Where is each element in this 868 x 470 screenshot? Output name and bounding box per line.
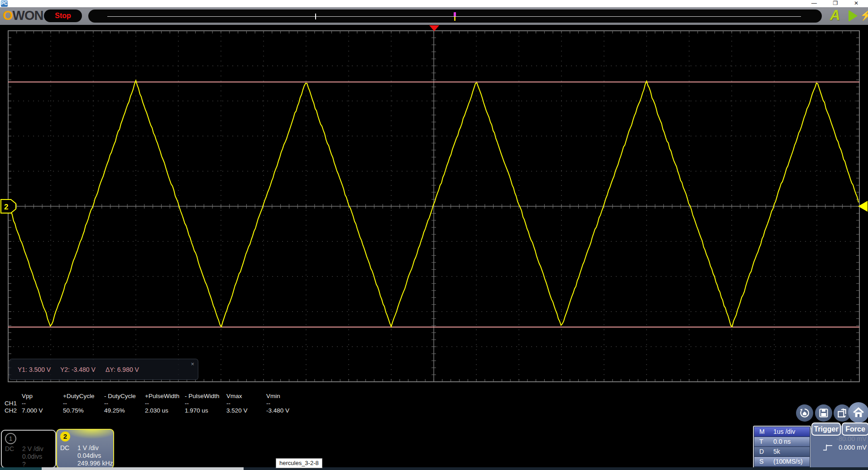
- bottom-strip-taskbar: [42, 467, 244, 470]
- trigger-menu-button[interactable]: Trigger: [811, 423, 841, 436]
- measure-column-header: Vpp: [22, 393, 33, 399]
- channel1-scale: 2 V /div: [22, 445, 43, 452]
- channel1-frequency: ?: [22, 461, 26, 468]
- timebase-value: 1us /div: [773, 427, 795, 437]
- timebase-row-t[interactable]: T0.0 ns: [754, 437, 810, 446]
- run-stop-button[interactable]: Stop: [44, 9, 82, 22]
- trigger-ch1-level: -80.00 mV: [831, 435, 867, 442]
- channel1-number-badge: 1: [5, 433, 16, 444]
- timebase-row-m[interactable]: M1us /div: [754, 427, 810, 437]
- timebase-key: T: [759, 437, 763, 446]
- scope-display-area: [0, 25, 868, 470]
- cursor-delta-value: ΔY: 6.980 V: [106, 366, 139, 373]
- cursor-y1-value: Y1: 3.500 V: [18, 366, 51, 373]
- lightning-icon: ⚡: [860, 9, 868, 21]
- cursor-y2-value: Y2: -3.480 V: [60, 366, 96, 373]
- timebase-key: D: [759, 447, 764, 456]
- timebase-key: M: [759, 427, 765, 437]
- window-titlebar: PC — ❐ ✕: [0, 0, 868, 7]
- measure-cell: --: [145, 400, 149, 407]
- measure-cell: --: [266, 400, 270, 407]
- cursor-readout-box[interactable]: Y1: 3.500 V Y2: -3.480 V ΔY: 6.980 V ×: [9, 359, 198, 380]
- app-icon: PC: [1, 0, 8, 7]
- measure-column-header: +DutyCycle: [63, 393, 94, 399]
- floppy-disk-icon: [818, 408, 829, 418]
- home-icon: [851, 405, 866, 420]
- timebase-row-s[interactable]: S(100MS/s): [754, 457, 810, 466]
- trigger-position-marker-yellow[interactable]: [454, 17, 456, 21]
- owon-logo: OWON: [3, 8, 43, 23]
- measure-cell: 7.000 V: [22, 407, 43, 414]
- measure-cell: --: [226, 400, 230, 407]
- timebase-panel: M1us /divT0.0 nsD5kS(100MS/s): [753, 426, 811, 470]
- measure-cell: 3.520 V: [226, 407, 248, 414]
- measure-column-header: Vmax: [226, 393, 242, 399]
- bottom-strip-left: [0, 467, 42, 470]
- cursor-box-close-icon[interactable]: ×: [191, 361, 194, 367]
- restore-button[interactable]: ❐: [829, 0, 842, 7]
- channel2-coupling: DC: [60, 444, 69, 451]
- taskbar-tooltip: hercules_3-2-8: [276, 458, 322, 468]
- measure-column-header: - PulseWidth: [185, 393, 220, 399]
- channel2-scale: 1 V /div: [77, 444, 99, 451]
- measure-cell: --: [63, 400, 67, 407]
- close-button[interactable]: ✕: [849, 0, 863, 7]
- play-button[interactable]: [849, 10, 858, 22]
- bottom-strip-right: [244, 467, 868, 470]
- scrollbar-center-tick: [315, 14, 316, 19]
- save-button[interactable]: [815, 404, 832, 422]
- default-settings-button[interactable]: [796, 404, 813, 422]
- autoset-button[interactable]: A: [830, 7, 840, 24]
- channel1-coupling: DC: [5, 445, 14, 452]
- measure-row-label: CH2: [5, 407, 17, 414]
- minimize-button[interactable]: —: [807, 0, 821, 7]
- force-trigger-button[interactable]: Force: [842, 423, 868, 436]
- channel2-number-badge: 2: [60, 432, 70, 442]
- home-refresh-icon: [799, 407, 810, 419]
- measure-column-header: +PulseWidth: [145, 393, 179, 399]
- measure-cell: 50.75%: [63, 407, 84, 414]
- measure-cell: --: [104, 400, 108, 407]
- timebase-value: 5k: [773, 447, 780, 456]
- main-toolbar: OWON Stop A ⚡: [0, 7, 868, 25]
- channel1-box[interactable]: 1 DC 2 V /div 0.0divs ?: [1, 430, 56, 468]
- measure-cell: -3.480 V: [266, 407, 289, 414]
- window-switch-icon: [836, 407, 848, 419]
- channel1-offset: 0.0divs: [22, 453, 42, 460]
- measure-row-label: CH1: [5, 400, 17, 407]
- trigger-ch2-level: 0.000 mV: [831, 444, 867, 451]
- channel2-offset: 0.04divs: [77, 452, 101, 459]
- timebase-value: 0.0 ns: [773, 437, 791, 446]
- timebase-row-d[interactable]: D5k: [754, 447, 810, 456]
- measure-cell: 1.970 us: [185, 407, 208, 414]
- measure-cell: 49.25%: [104, 407, 125, 414]
- trigger-position-marker-magenta[interactable]: [454, 12, 456, 16]
- measure-column-header: Vmin: [266, 393, 280, 399]
- home-button[interactable]: [848, 402, 868, 423]
- timebase-key: S: [759, 457, 763, 466]
- measure-cell: 2.030 us: [145, 407, 168, 414]
- measure-cell: --: [22, 400, 26, 407]
- timebase-value: (100MS/s): [773, 457, 803, 466]
- horizontal-position-scrollbar[interactable]: [88, 9, 822, 23]
- measure-cell: --: [185, 400, 189, 407]
- measure-column-header: - DutyCycle: [104, 393, 136, 399]
- channel2-frequency: 249.996 kHz: [77, 460, 113, 467]
- channel2-box[interactable]: 2 DC 1 V /div 0.04divs 249.996 kHz: [56, 429, 114, 469]
